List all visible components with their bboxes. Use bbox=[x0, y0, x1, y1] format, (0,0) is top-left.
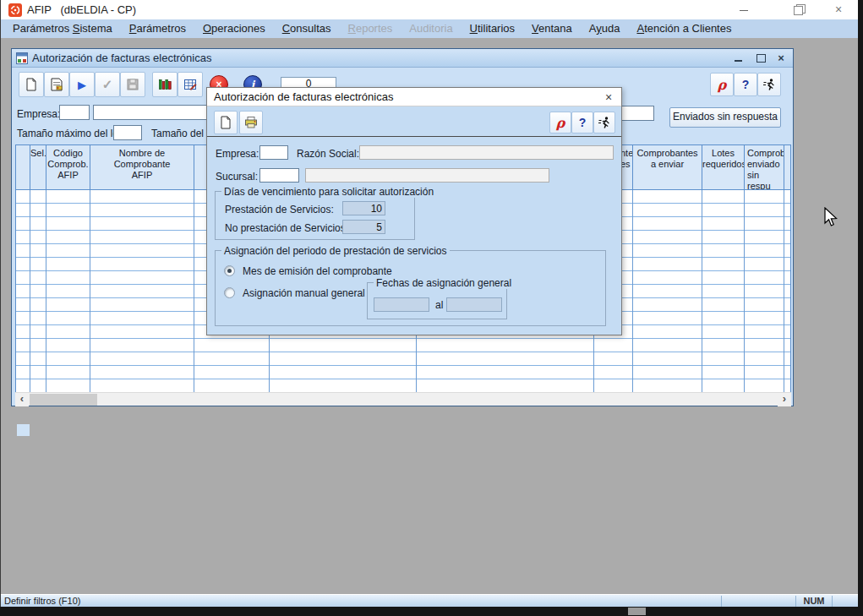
new-record-button[interactable] bbox=[19, 72, 44, 97]
minimize-icon bbox=[740, 10, 748, 11]
column-header-nombre[interactable]: Nombre de Comprobante AFIP bbox=[90, 145, 194, 189]
app-window: AFIP (dbELDIA - CP) × Parámetros Sistema… bbox=[0, 0, 858, 607]
column-header-lotes[interactable]: Lotes requeridos bbox=[702, 145, 745, 189]
scroll-right-icon: › bbox=[783, 392, 786, 405]
scroll-right-button[interactable]: › bbox=[778, 393, 791, 406]
mdi-maximize-button[interactable] bbox=[752, 51, 769, 66]
help-icon: ? bbox=[742, 78, 750, 91]
mdi-minimize-button[interactable] bbox=[730, 51, 747, 66]
sucursal-label: Sucursal: bbox=[216, 171, 258, 183]
column-header-codigo[interactable]: Código Comprob. AFIP bbox=[46, 145, 90, 189]
fecha-hasta-field bbox=[446, 297, 502, 312]
edit-record-button[interactable] bbox=[44, 72, 69, 97]
sucursal-name-field bbox=[305, 168, 549, 183]
maximize-icon bbox=[756, 54, 766, 63]
close-icon: × bbox=[605, 90, 612, 104]
filter-rho-button[interactable]: ρ bbox=[710, 73, 734, 96]
help-icon: ? bbox=[579, 116, 587, 129]
mdi-titlebar[interactable]: Autorización de facturas electrónicas × bbox=[12, 49, 793, 68]
grid-report-button[interactable] bbox=[178, 72, 203, 97]
dialog-help-button[interactable]: ? bbox=[571, 112, 593, 134]
app-logo-icon bbox=[8, 3, 22, 17]
right-border bbox=[858, 0, 863, 616]
minimize-button[interactable] bbox=[729, 0, 758, 19]
grid-column-separator bbox=[194, 190, 194, 393]
vencimiento-legend: Días de vencimiento para solicitar autor… bbox=[221, 186, 436, 198]
grid-column-separator bbox=[744, 190, 745, 393]
toolbar-separator bbox=[207, 136, 621, 137]
dialog-empresa-input[interactable] bbox=[259, 145, 288, 160]
menubar: Parámetros Sistema Parámetros Operacione… bbox=[1, 19, 858, 38]
help-button[interactable]: ? bbox=[734, 73, 757, 96]
prestacion-value-field: 10 bbox=[342, 201, 385, 215]
app-titlebar[interactable]: AFIP (dbELDIA - CP) × bbox=[1, 0, 858, 19]
menu-consultas[interactable]: Consultas bbox=[274, 19, 340, 38]
mdi-close-button[interactable]: × bbox=[773, 51, 789, 66]
menu-parametros[interactable]: Parámetros bbox=[121, 19, 194, 38]
scroll-left-icon: ‹ bbox=[20, 392, 24, 405]
restore-icon bbox=[794, 6, 803, 15]
status-separator bbox=[832, 596, 833, 607]
scrollbar-thumb[interactable] bbox=[30, 394, 97, 406]
status-separator bbox=[721, 596, 722, 607]
grid-column-separator bbox=[90, 190, 90, 393]
menu-parametros-sistema[interactable]: Parámetros Sistema bbox=[4, 19, 121, 38]
razon-social-label: Razón Social: bbox=[297, 148, 359, 160]
restore-button[interactable] bbox=[784, 0, 812, 19]
mouse-cursor bbox=[824, 207, 838, 227]
column-header-enviados-clipped[interactable]: Comproba enviado sin respu bbox=[745, 145, 784, 189]
dialog-print-button[interactable] bbox=[239, 111, 263, 134]
dialog-title: Autorización de facturas electrónicas bbox=[214, 90, 393, 103]
close-button[interactable]: × bbox=[824, 0, 853, 19]
window-icon bbox=[16, 52, 28, 64]
radio-asignacion-manual[interactable] bbox=[224, 287, 235, 298]
dialog-exit-button[interactable] bbox=[593, 112, 615, 134]
column-header-a-enviar[interactable]: Comprobantes a enviar bbox=[633, 145, 702, 189]
menu-auditoria: Auditoria bbox=[401, 19, 461, 38]
bottom-border bbox=[0, 607, 863, 616]
no-prestacion-label: No prestación de Servicios: bbox=[225, 222, 348, 234]
menu-ventana[interactable]: Ventana bbox=[523, 19, 581, 38]
empresa-code-input[interactable] bbox=[59, 105, 90, 120]
asignacion-legend: Asignación del periodo de prestación de … bbox=[221, 245, 450, 257]
dialog-titlebar[interactable]: Autorización de facturas electrónicas × bbox=[207, 88, 621, 106]
exit-runner-icon bbox=[598, 116, 611, 129]
mdi-window-title: Autorización de facturas electrónicas bbox=[32, 52, 211, 64]
radio-mes-emision[interactable] bbox=[224, 265, 235, 276]
exit-runner-icon bbox=[762, 78, 776, 91]
enviados-sin-respuesta-button[interactable]: Enviados sin respuesta bbox=[669, 107, 781, 128]
menu-ayuda[interactable]: Ayuda bbox=[581, 19, 629, 38]
radio-asignacion-manual-label[interactable]: Asignación manual general bbox=[243, 287, 365, 299]
new-document-icon bbox=[25, 78, 38, 91]
fecha-desde-field bbox=[374, 297, 429, 312]
menu-atencion-clientes[interactable]: Atención a Clientes bbox=[628, 19, 740, 38]
radio-mes-emision-label[interactable]: Mes de emisión del comprobante bbox=[243, 265, 392, 277]
empresa-label: Empresa: bbox=[17, 108, 60, 120]
grid-column-separator bbox=[30, 190, 30, 393]
execute-button[interactable]: ▶ bbox=[69, 72, 95, 97]
grid-column-separator bbox=[632, 190, 633, 393]
scroll-left-button[interactable]: ‹ bbox=[15, 393, 29, 406]
lote-maximo-input[interactable] bbox=[113, 125, 142, 140]
save-button-disabled bbox=[120, 72, 145, 97]
sucursal-input[interactable] bbox=[259, 168, 299, 183]
dialog-close-button[interactable]: × bbox=[601, 90, 616, 105]
grid-column-separator bbox=[46, 190, 46, 393]
no-prestacion-value-field: 5 bbox=[342, 220, 385, 234]
horizontal-scrollbar[interactable]: ‹ › bbox=[15, 392, 791, 406]
prestacion-label: Prestación de Servicios: bbox=[225, 204, 334, 215]
num-lock-indicator: NUM bbox=[796, 596, 832, 606]
dialog-empresa-label: Empresa: bbox=[216, 148, 259, 160]
menu-operaciones[interactable]: Operaciones bbox=[194, 19, 274, 38]
column-header-sel[interactable]: Sel. bbox=[30, 145, 46, 189]
exit-button[interactable] bbox=[757, 73, 781, 96]
new-document-icon bbox=[219, 116, 232, 129]
dialog-new-button[interactable] bbox=[214, 111, 238, 134]
close-icon: × bbox=[835, 3, 842, 16]
menu-utilitarios[interactable]: Utilitarios bbox=[462, 19, 523, 38]
dialog-filter-rho-button[interactable]: ρ bbox=[549, 112, 571, 134]
columns-filter-button[interactable] bbox=[152, 72, 178, 97]
column-header-indicator[interactable] bbox=[16, 145, 30, 189]
save-floppy-icon bbox=[126, 78, 139, 91]
grid-table-icon bbox=[183, 78, 197, 91]
